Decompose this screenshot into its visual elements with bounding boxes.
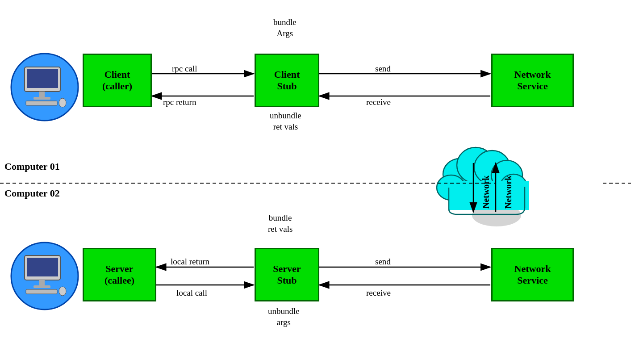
rpc-return-label: rpc return bbox=[163, 97, 196, 107]
svg-point-9 bbox=[11, 243, 78, 310]
svg-rect-6 bbox=[33, 97, 50, 100]
svg-rect-11 bbox=[27, 258, 58, 276]
svg-point-16 bbox=[472, 204, 521, 226]
server-label: Server(callee) bbox=[104, 263, 134, 287]
receive-top-label: receive bbox=[366, 97, 391, 107]
svg-point-15 bbox=[59, 287, 66, 296]
send-bottom-label: send bbox=[375, 257, 391, 267]
svg-point-19 bbox=[474, 151, 510, 184]
local-call-label: local call bbox=[176, 288, 207, 298]
svg-rect-10 bbox=[25, 255, 60, 280]
svg-rect-7 bbox=[26, 101, 57, 105]
svg-point-20 bbox=[491, 160, 522, 190]
client-box: Client(caller) bbox=[83, 54, 152, 107]
receive-bottom-label: receive bbox=[366, 288, 391, 298]
bundle-args-label: bundleArgs bbox=[273, 17, 297, 39]
computer01-label: Computer 01 bbox=[4, 161, 60, 172]
client-stub-label: ClientStub bbox=[274, 69, 300, 92]
unbundle-ret-vals-label: unbundleret vals bbox=[270, 110, 301, 132]
svg-rect-5 bbox=[39, 92, 45, 97]
server-box: Server(callee) bbox=[83, 248, 156, 301]
computer02-label: Computer 02 bbox=[4, 188, 60, 199]
network-service-top-box: NetworkService bbox=[491, 54, 574, 107]
svg-rect-14 bbox=[26, 289, 57, 294]
svg-point-2 bbox=[11, 54, 78, 121]
unbundle-args-label: unbundleargs bbox=[268, 306, 300, 328]
send-top-label: send bbox=[375, 64, 391, 74]
server-stub-label: ServerStub bbox=[273, 263, 301, 287]
svg-rect-3 bbox=[25, 67, 60, 92]
svg-text:Network: Network bbox=[481, 175, 491, 209]
svg-point-18 bbox=[457, 147, 494, 183]
local-return-label: local return bbox=[171, 257, 209, 267]
svg-rect-4 bbox=[27, 69, 58, 88]
svg-rect-12 bbox=[39, 280, 45, 285]
network-service-top-label: NetworkService bbox=[514, 69, 551, 92]
svg-point-21 bbox=[437, 175, 465, 200]
svg-text:Network: Network bbox=[503, 175, 513, 209]
network-service-bottom-label: NetworkService bbox=[514, 263, 551, 287]
svg-point-8 bbox=[59, 98, 66, 107]
rpc-call-label: rpc call bbox=[172, 64, 197, 74]
bundle-ret-vals-label: bundleret vals bbox=[268, 213, 293, 234]
svg-point-22 bbox=[500, 174, 527, 199]
network-service-bottom-box: NetworkService bbox=[491, 248, 574, 301]
client-label: Client(caller) bbox=[102, 69, 132, 92]
svg-point-17 bbox=[443, 159, 477, 190]
rpc-diagram: Network Network Client bbox=[0, 0, 631, 364]
svg-rect-23 bbox=[449, 181, 529, 210]
server-stub-box: ServerStub bbox=[255, 248, 319, 301]
client-stub-box: ClientStub bbox=[255, 54, 319, 107]
svg-rect-13 bbox=[33, 285, 50, 288]
